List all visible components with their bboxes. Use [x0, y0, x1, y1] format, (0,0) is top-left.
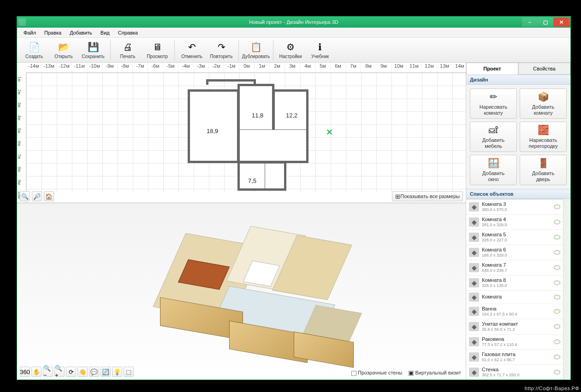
object-row[interactable]: ◆Комната — [466, 291, 563, 304]
visibility-icon[interactable] — [554, 220, 560, 224]
home-button[interactable]: 🏠 — [44, 191, 54, 201]
menu-file[interactable]: Файл — [20, 29, 40, 36]
view3d-tool[interactable]: 🔍+ — [54, 367, 65, 377]
object-row[interactable]: ◆Ванна154.2 x 67.5 x 50.4 — [466, 304, 563, 319]
show-all-sizes-button[interactable]: ⊞ Показывать все размеры — [392, 191, 463, 201]
transparent-walls-checkbox[interactable]: Прозрачные стены — [351, 370, 402, 376]
object-icon: ◆ — [469, 322, 479, 331]
visibility-icon[interactable] — [554, 355, 560, 359]
toolbar-Настройки[interactable]: ⚙Настройки — [276, 39, 305, 62]
house-3d — [155, 217, 368, 369]
virtual-visit-checkbox[interactable]: Виртуальный визит — [409, 370, 461, 376]
menu-add[interactable]: Добавить — [66, 29, 96, 36]
design-btn[interactable]: ✏Нарисоватькомнату — [470, 88, 517, 119]
watermark: http://Софт-Варез.РФ — [525, 386, 579, 391]
view3d-tool[interactable]: 💡 — [112, 367, 122, 377]
design-btn[interactable]: 🧱Нарисоватьперегородку — [520, 122, 567, 152]
object-row[interactable]: ◆Раковина77.3 x 57.2 x 110.4 — [466, 334, 563, 350]
visibility-icon[interactable] — [554, 295, 560, 299]
room-area-3: 12,2 — [286, 112, 297, 119]
visibility-icon[interactable] — [554, 339, 560, 344]
room-area-4: 7,5 — [248, 177, 256, 184]
object-row[interactable]: ◆Комната 6168.0 x 329.0 — [466, 245, 563, 260]
toolbar-icon: 🖥 — [151, 41, 163, 53]
visibility-icon[interactable] — [554, 309, 560, 314]
plan-zoom-tools: 🔍 🔎 🏠 — [20, 191, 54, 201]
menu-help[interactable]: Справка — [114, 29, 142, 36]
toolbar-Отменить[interactable]: ↶Отменить — [178, 39, 206, 62]
object-icon: ◆ — [469, 352, 479, 362]
view3d-tool[interactable]: 🔄 — [101, 367, 111, 377]
object-row[interactable]: ◆Унитаз компакт35.6 x 56.5 x 71.2 — [466, 319, 563, 334]
object-list[interactable]: ◆Комната 3380.0 x 570.0◆Комната 4281.0 x… — [466, 199, 563, 380]
toolbar-Открыть[interactable]: 📂Открыть — [49, 39, 78, 62]
toolbar-Учебник[interactable]: ℹУчебник — [306, 39, 334, 62]
design-icon: ✏ — [487, 92, 500, 103]
toolbar-icon: 💾 — [87, 41, 99, 53]
titlebar[interactable]: Новый проект - Дизайн Интерьера 3D – ▢ ✕ — [17, 17, 570, 28]
tab-properties[interactable]: Свойства — [518, 63, 570, 75]
view3d-tool[interactable]: ✋ — [31, 367, 42, 377]
toolbar-Дублировать[interactable]: 📋Дублировать — [242, 39, 270, 62]
design-btn[interactable]: 🪟Добавитьокно — [470, 155, 517, 185]
menu-edit[interactable]: Правка — [41, 29, 65, 36]
design-btn[interactable]: 🚪Добавитьдверь — [520, 155, 567, 185]
toolbar-Создать[interactable]: 📄Создать — [20, 39, 48, 62]
toolbar-Печать[interactable]: 🖨Печать — [113, 39, 142, 62]
object-icon: ◆ — [469, 202, 479, 211]
view3d-tool[interactable]: ⟳ — [66, 367, 76, 377]
plan-2d-area[interactable]: -14м-13м-12м-11м-10м-9м-8м-7м-6м-5м-4м-3… — [17, 63, 466, 203]
toolbar-icon: ℹ — [314, 41, 326, 53]
toolbar-icon: 🖨 — [122, 41, 134, 53]
view3d-tool[interactable]: ⬚ — [124, 367, 134, 377]
close-button[interactable]: ✕ — [553, 18, 569, 27]
view3d-tool[interactable]: 💬 — [89, 367, 99, 377]
visibility-icon[interactable] — [554, 281, 560, 285]
minimize-button[interactable]: – — [522, 18, 538, 27]
view3d-tool[interactable]: 🔍− — [43, 367, 53, 377]
design-buttons-grid: ✏Нарисоватькомнату📦Добавитькомнату🛋Добав… — [466, 85, 570, 189]
view-3d-tools: 360✋🔍−🔍+⟳👋💬🔄💡⬚ — [20, 367, 134, 377]
design-icon: 🧱 — [537, 125, 550, 136]
toolbar-Сохранить[interactable]: 💾Сохранить — [79, 39, 107, 62]
design-panel-title: Дизайн — [466, 75, 570, 85]
visibility-icon[interactable] — [554, 324, 560, 329]
zoom-out-button[interactable]: 🔍 — [20, 191, 30, 201]
object-row[interactable]: ◆Комната 7648.0 x 236.7 — [466, 260, 563, 275]
visibility-icon[interactable] — [554, 235, 560, 240]
menubar: Файл Правка Добавить Вид Справка — [17, 28, 570, 38]
visibility-icon[interactable] — [554, 205, 560, 209]
maximize-button[interactable]: ▢ — [538, 18, 553, 27]
design-btn[interactable]: 📦Добавитькомнату — [520, 88, 567, 119]
object-row[interactable]: ◆Комната 5228.0 x 227.0 — [466, 230, 563, 245]
menu-view[interactable]: Вид — [97, 29, 113, 36]
toolbar-icon: ↶ — [186, 41, 198, 53]
tab-project[interactable]: Проект — [466, 63, 518, 75]
view3d-tool[interactable]: 360 — [20, 367, 30, 377]
design-icon: 🪟 — [487, 158, 500, 169]
object-list-scrollbar[interactable] — [563, 199, 570, 380]
design-icon: 🚪 — [537, 158, 550, 169]
design-btn[interactable]: 🛋Добавитьмебель — [470, 122, 517, 152]
view3d-tool[interactable]: 👋 — [77, 367, 88, 377]
object-row[interactable]: ◆Комната 8325.0 x 135.0 — [466, 275, 563, 291]
toolbar-Просмотр[interactable]: 🖥Просмотр — [143, 39, 172, 62]
toolbar-icon: 📄 — [28, 41, 40, 53]
view-3d-area[interactable]: 360✋🔍−🔍+⟳👋💬🔄💡⬚ Прозрачные стены Виртуаль… — [17, 203, 466, 380]
object-row[interactable]: ◆Стенка302.5 x 71.7 x 250.0 — [466, 365, 563, 380]
toolbar-Повторить[interactable]: ↷Повторить — [207, 39, 236, 62]
object-row[interactable]: ◆Газовая плита51.0 x 62.1 x 86.7 — [466, 350, 563, 365]
visibility-icon[interactable] — [554, 265, 560, 270]
object-icon: ◆ — [469, 263, 479, 272]
visibility-icon[interactable] — [554, 370, 560, 374]
object-icon: ◆ — [469, 337, 479, 346]
object-row[interactable]: ◆Комната 4281.0 x 329.0 — [466, 215, 563, 230]
zoom-in-button[interactable]: 🔎 — [32, 191, 42, 201]
toolbar-icon: 📋 — [250, 41, 262, 53]
toolbar-icon: ↷ — [215, 41, 227, 53]
visibility-icon[interactable] — [554, 250, 560, 255]
object-icon: ◆ — [469, 368, 479, 377]
object-row[interactable]: ◆Комната 3380.0 x 570.0 — [466, 199, 563, 215]
toolbar-icon: ⚙ — [285, 41, 296, 53]
toolbar: 📄Создать📂Открыть💾Сохранить🖨Печать🖥Просмо… — [17, 38, 570, 63]
